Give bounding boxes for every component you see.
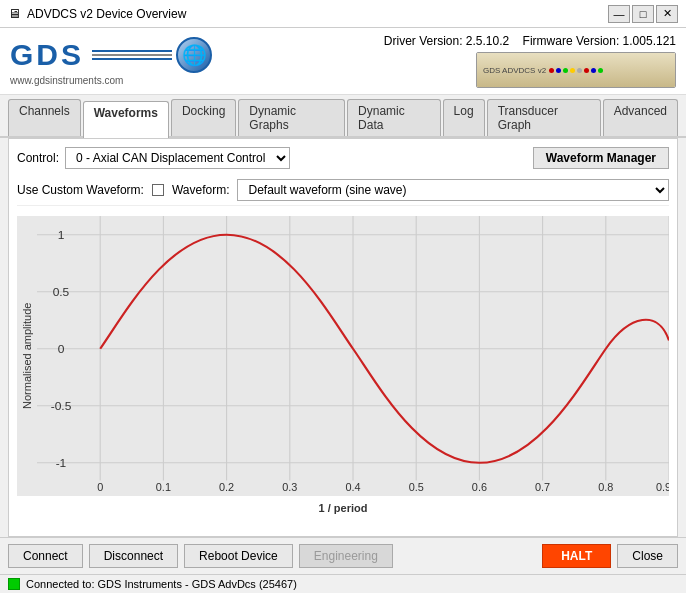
device-image: GDS ADVDCS v2 xyxy=(476,52,676,88)
status-indicator xyxy=(8,578,20,590)
driver-version: 2.5.10.2 xyxy=(466,34,509,48)
svg-text:0.7: 0.7 xyxy=(535,481,550,493)
svg-text:0: 0 xyxy=(58,342,65,355)
driver-label: Driver Version: xyxy=(384,34,463,48)
app-icon: 🖥 xyxy=(8,6,21,21)
header-area: GDS 🌐 www.gdsinstruments.com Driver Vers… xyxy=(0,28,686,95)
version-info: Driver Version: 2.5.10.2 Firmware Versio… xyxy=(384,34,676,48)
tab-advanced[interactable]: Advanced xyxy=(603,99,678,136)
waveform-label: Waveform: xyxy=(172,183,230,197)
svg-text:-1: -1 xyxy=(56,456,67,469)
waveform-manager-button[interactable]: Waveform Manager xyxy=(533,147,669,169)
connect-button[interactable]: Connect xyxy=(8,544,83,568)
status-bar: Connected to: GDS Instruments - GDS AdvD… xyxy=(0,574,686,593)
control-label: Control: xyxy=(17,151,59,165)
control-row: Control: 0 - Axial CAN Displacement Cont… xyxy=(17,147,669,169)
use-custom-checkbox[interactable] xyxy=(152,184,164,196)
firmware-version: 1.005.121 xyxy=(623,34,676,48)
svg-text:0.8: 0.8 xyxy=(598,481,613,493)
y-axis-label: Normalised amplitude xyxy=(17,216,37,496)
svg-text:0.9: 0.9 xyxy=(656,481,669,493)
svg-text:0.5: 0.5 xyxy=(53,285,70,298)
svg-text:1: 1 xyxy=(58,228,65,241)
svg-text:0.4: 0.4 xyxy=(345,481,360,493)
engineering-button[interactable]: Engineering xyxy=(299,544,393,568)
chart-svg: 1 0.5 0 -0.5 -1 0 0.1 0.2 0.3 0.4 0.5 0.… xyxy=(37,216,669,496)
bottom-bar: Connect Disconnect Reboot Device Enginee… xyxy=(0,537,686,574)
waveform-select[interactable]: Default waveform (sine wave) xyxy=(237,179,669,201)
maximize-button[interactable]: □ xyxy=(632,5,654,23)
close-button[interactable]: ✕ xyxy=(656,5,678,23)
app-window: 🖥 ADVDCS v2 Device Overview — □ ✕ GDS 🌐 xyxy=(0,0,686,593)
use-custom-label: Use Custom Waveform: xyxy=(17,183,144,197)
waveform-row: Use Custom Waveform: Waveform: Default w… xyxy=(17,175,669,206)
reboot-button[interactable]: Reboot Device xyxy=(184,544,293,568)
minimize-button[interactable]: — xyxy=(608,5,630,23)
control-select[interactable]: 0 - Axial CAN Displacement Control xyxy=(65,147,290,169)
logo-url: www.gdsinstruments.com xyxy=(10,75,123,86)
svg-text:-0.5: -0.5 xyxy=(51,399,72,412)
logo-area: GDS 🌐 www.gdsinstruments.com xyxy=(10,37,212,86)
svg-text:0.2: 0.2 xyxy=(219,481,234,493)
title-bar: 🖥 ADVDCS v2 Device Overview — □ ✕ xyxy=(0,0,686,28)
tabs-bar: Channels Waveforms Docking Dynamic Graph… xyxy=(0,95,686,138)
logo-text: GDS xyxy=(10,38,84,72)
chart-container: Normalised amplitude xyxy=(17,216,669,496)
tab-log[interactable]: Log xyxy=(443,99,485,136)
tab-channels[interactable]: Channels xyxy=(8,99,81,136)
content-area: Control: 0 - Axial CAN Displacement Cont… xyxy=(8,138,678,537)
title-bar-left: 🖥 ADVDCS v2 Device Overview xyxy=(8,6,186,21)
svg-text:0.6: 0.6 xyxy=(472,481,487,493)
halt-button[interactable]: HALT xyxy=(542,544,611,568)
chart-inner: 1 0.5 0 -0.5 -1 0 0.1 0.2 0.3 0.4 0.5 0.… xyxy=(37,216,669,496)
title-bar-controls: — □ ✕ xyxy=(608,5,678,23)
close-button[interactable]: Close xyxy=(617,544,678,568)
x-axis-label: 1 / period xyxy=(17,500,669,516)
svg-text:0.1: 0.1 xyxy=(156,481,171,493)
tab-transducer-graph[interactable]: Transducer Graph xyxy=(487,99,601,136)
status-text: Connected to: GDS Instruments - GDS AdvD… xyxy=(26,578,297,590)
svg-text:0.3: 0.3 xyxy=(282,481,297,493)
tab-docking[interactable]: Docking xyxy=(171,99,236,136)
control-left: Control: 0 - Axial CAN Displacement Cont… xyxy=(17,147,290,169)
firmware-label: Firmware Version: xyxy=(523,34,620,48)
tab-dynamic-graphs[interactable]: Dynamic Graphs xyxy=(238,99,345,136)
window-title: ADVDCS v2 Device Overview xyxy=(27,7,186,21)
disconnect-button[interactable]: Disconnect xyxy=(89,544,178,568)
tab-waveforms[interactable]: Waveforms xyxy=(83,101,169,138)
tab-dynamic-data[interactable]: Dynamic Data xyxy=(347,99,441,136)
header-right: Driver Version: 2.5.10.2 Firmware Versio… xyxy=(384,34,676,88)
svg-text:0: 0 xyxy=(97,481,103,493)
svg-text:0.5: 0.5 xyxy=(409,481,424,493)
